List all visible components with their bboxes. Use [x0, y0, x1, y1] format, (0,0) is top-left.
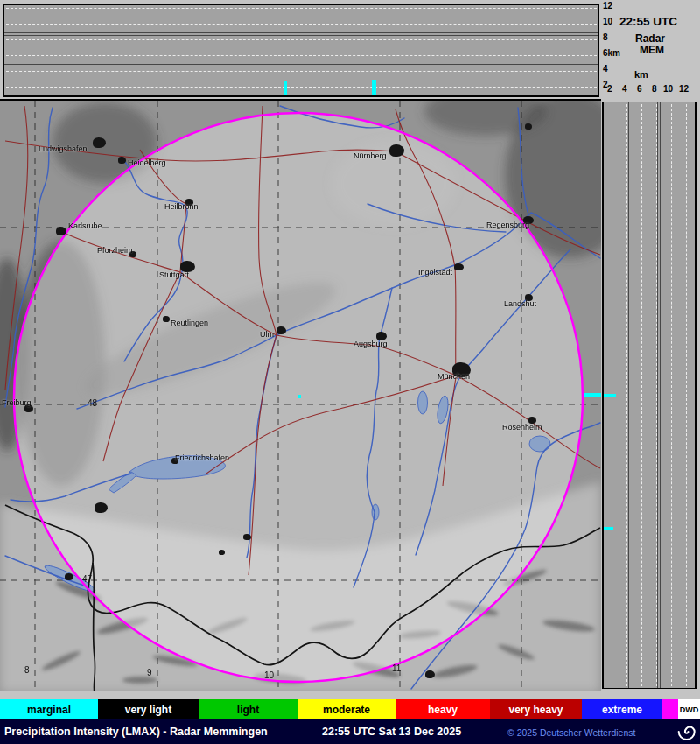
height-profile-top-panel — [4, 4, 599, 97]
distance-gridline — [686, 104, 687, 686]
legend-item: light — [199, 699, 298, 719]
graticule-label: 9 — [147, 668, 152, 677]
precip-echo — [604, 527, 613, 530]
height-gridline — [6, 39, 597, 40]
height-scale-tick: 10 — [603, 17, 612, 26]
graticule-label: 11 — [392, 663, 401, 673]
reference-line — [626, 102, 626, 688]
intensity-legend: marginalvery lightlightmoderateheavyvery… — [0, 699, 678, 719]
radar-name: Radar — [635, 32, 665, 45]
height-scale-tick: 12 — [603, 1, 612, 11]
copyright: © 2025 Deutscher Wetterdienst — [508, 727, 635, 738]
product-title: Precipitation Intensity (LMAX) - Radar M… — [4, 726, 268, 738]
distance-gridline — [626, 104, 627, 686]
graticule-label: 10 — [264, 670, 274, 680]
height-gridline — [6, 87, 597, 88]
status-bar: Precipitation Intensity (LMAX) - Radar M… — [0, 719, 700, 744]
legend-item: very light — [98, 699, 199, 719]
reference-line — [4, 32, 598, 33]
grid-label-layer: 4847891011 — [0, 101, 601, 691]
graticule-label: 8 — [24, 665, 30, 675]
graticule-label: 47 — [82, 574, 92, 584]
dwd-logo-box: DWD — [678, 699, 700, 719]
height-profile-right-panel — [602, 102, 696, 689]
radar-map: LudwigshafenHeidelbergHeilbronnKarlsruhe… — [0, 99, 601, 691]
distance-scale-tick: 6 — [637, 84, 642, 94]
height-scale-tick: 8 — [603, 32, 608, 42]
km-unit-label: km — [634, 69, 648, 80]
legend-item: moderate — [298, 699, 396, 719]
precip-echo — [604, 394, 616, 397]
distance-gridline — [641, 104, 642, 686]
height-gridline — [6, 8, 597, 9]
graticule-label: 48 — [88, 398, 97, 408]
height-gridline — [6, 55, 597, 56]
reference-line — [4, 35, 598, 36]
height-gridline — [6, 71, 597, 72]
timestamp: 22:55 UTC Sat 13 Dec 2025 — [322, 726, 461, 738]
time-label: 22:55 UTC — [620, 15, 677, 28]
precip-echo — [372, 80, 376, 95]
reference-line — [628, 102, 629, 688]
legend-item: very heavy — [490, 699, 582, 719]
legend-item: extreme — [582, 699, 662, 719]
distance-scale-tick: 8 — [652, 84, 657, 94]
dwd-spiral-logo — [676, 720, 698, 743]
reference-line — [660, 102, 661, 688]
legend-item: heavy — [396, 699, 490, 719]
radar-station-code: MEM — [640, 44, 664, 56]
dwd-label: DWD — [680, 705, 699, 714]
distance-scale-tick: 12 — [679, 84, 689, 94]
legend-item: marginal — [0, 699, 98, 719]
distance-gridline — [671, 104, 672, 686]
scale-info-corner: 22:55 UTC Radar MEM km 121086km422468101… — [600, 0, 700, 99]
precip-echo — [284, 81, 287, 95]
height-scale-tick: 6km — [603, 48, 620, 58]
height-scale-tick: 4 — [603, 64, 608, 74]
height-gridline — [6, 24, 597, 25]
reference-line — [4, 64, 598, 65]
distance-scale-tick: 10 — [663, 84, 673, 94]
reference-line — [657, 102, 658, 688]
distance-scale-tick: 2 — [607, 84, 612, 94]
reference-line — [4, 67, 598, 67]
legend-item — [662, 699, 678, 719]
distance-scale-tick: 4 — [622, 84, 627, 94]
